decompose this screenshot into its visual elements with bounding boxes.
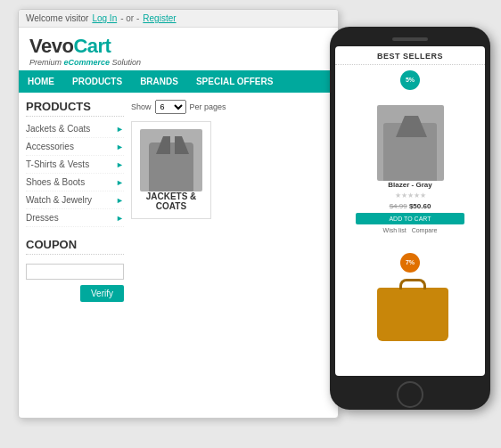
tagline-ecommerce: eCommerce [64, 58, 111, 67]
nav-products[interactable]: PRODUCTS [63, 70, 131, 93]
phone-stars-1: ★★★★★ [342, 191, 478, 200]
phone-home-button[interactable] [397, 381, 423, 408]
sidebar-item-jackets[interactable]: Jackets & Coats ► [26, 120, 124, 138]
arrow-icon: ► [116, 125, 124, 134]
tagline-premium: Premium [29, 58, 62, 67]
product-image [140, 129, 202, 191]
sidebar-item-dresses[interactable]: Dresses ► [26, 209, 124, 227]
logo-vevo: Vevo [29, 35, 73, 57]
blazer-collar-right [409, 116, 427, 137]
discount-badge-2: 7%OFF [400, 253, 420, 273]
coupon-section: COUPON Verify [26, 238, 124, 285]
new-price: $50.60 [409, 202, 431, 210]
phone-product-2: 7%OFF [335, 246, 485, 332]
phone-screen: BEST SELLERS 5%OFF Blazer - Gray ★★★★★ $… [335, 46, 485, 376]
main-content: Show 6 12 24 Per pages [131, 100, 331, 302]
bag-image [377, 288, 448, 341]
sidebar-item-label: Jackets & Coats [26, 124, 90, 134]
logo-tagline: Premium eCommerce Solution [29, 58, 327, 67]
sidebar-item-label: Dresses [26, 213, 59, 223]
per-page-label: Per pages [190, 102, 226, 111]
nav-brands[interactable]: BRANDS [131, 70, 187, 93]
phone-mockup: BEST SELLERS 5%OFF Blazer - Gray ★★★★★ $… [330, 27, 490, 410]
wishlist-link[interactable]: Wish list [383, 227, 407, 233]
top-bar: Welcome visitor Log In - or - Register [19, 10, 338, 28]
tagline-solution: Solution [112, 58, 142, 67]
compare-link[interactable]: Compare [412, 227, 438, 233]
show-per-page: Show 6 12 24 Per pages [131, 100, 226, 114]
coupon-input[interactable] [26, 264, 124, 280]
product-card-name: JACKETS & COATS [139, 191, 203, 211]
sidebar-menu: Jackets & Coats ► Accessories ► T-Shirts… [26, 120, 124, 227]
phone-product-1: 5%OFF Blazer - Gray ★★★★★ $4.99 $50.60 A… [335, 70, 485, 240]
phone-product-name-1: Blazer - Gray [342, 181, 478, 189]
verify-button[interactable]: Verify [80, 285, 124, 302]
separator: - or - [120, 13, 139, 23]
nav-special-offers[interactable]: SPECIAL OFFERS [187, 70, 283, 93]
arrow-icon: ► [116, 143, 124, 151]
arrow-icon: ► [116, 214, 124, 223]
logo-text: VevoCart [29, 35, 327, 58]
arrow-icon: ► [116, 160, 124, 169]
phone-product-image-1 [377, 105, 444, 181]
bag-handle [399, 279, 426, 289]
sidebar-item-accessories[interactable]: Accessories ► [26, 138, 124, 156]
jacket-collar-right [175, 136, 189, 154]
phone-actions-1: Wish list Compare [342, 227, 478, 233]
coupon-title: COUPON [26, 238, 124, 255]
per-page-select[interactable]: 6 12 24 [155, 100, 186, 114]
best-sellers-title: BEST SELLERS [335, 46, 485, 65]
sidebar-item-label: T-Shirts & Vests [26, 159, 89, 169]
sidebar-item-watch[interactable]: Watch & Jewelry ► [26, 191, 124, 209]
sidebar-item-label: Shoes & Boots [26, 177, 85, 187]
products-header: Show 6 12 24 Per pages [131, 100, 331, 114]
jacket-collar-left [156, 136, 170, 154]
register-link[interactable]: Register [143, 13, 176, 23]
product-card-jackets[interactable]: JACKETS & COATS [131, 121, 211, 219]
logo-area: VevoCart Premium eCommerce Solution [29, 35, 327, 67]
arrow-icon: ► [116, 178, 124, 187]
login-link[interactable]: Log In [92, 13, 117, 23]
sidebar-item-tshirts[interactable]: T-Shirts & Vests ► [26, 156, 124, 174]
sidebar: PRODUCTS Jackets & Coats ► Accessories ►… [26, 100, 124, 302]
arrow-icon: ► [116, 196, 124, 205]
sidebar-item-label: Watch & Jewelry [26, 195, 92, 205]
sidebar-item-label: Accessories [26, 142, 74, 151]
sidebar-products-title: PRODUCTS [26, 100, 124, 117]
phone-speaker [392, 37, 428, 41]
welcome-text: Welcome visitor [26, 13, 88, 23]
old-price: $4.99 [390, 202, 407, 210]
main-nav: HOME PRODUCTS BRANDS SPECIAL OFFERS [19, 70, 338, 93]
sidebar-item-shoes[interactable]: Shoes & Boots ► [26, 174, 124, 191]
site-body: PRODUCTS Jackets & Coats ► Accessories ►… [19, 93, 338, 309]
desktop-browser: Welcome visitor Log In - or - Register V… [18, 9, 339, 419]
phone-price-1: $4.99 $50.60 [342, 202, 478, 210]
add-to-cart-button-1[interactable]: ADD TO CART [356, 213, 464, 224]
discount-badge-1: 5%OFF [400, 70, 420, 90]
site-header: VevoCart Premium eCommerce Solution [19, 28, 338, 70]
logo-cart: Cart [73, 35, 111, 57]
show-label: Show [131, 102, 152, 111]
nav-home[interactable]: HOME [19, 70, 63, 93]
desktop-content: VevoCart Premium eCommerce Solution HOME… [19, 28, 338, 309]
